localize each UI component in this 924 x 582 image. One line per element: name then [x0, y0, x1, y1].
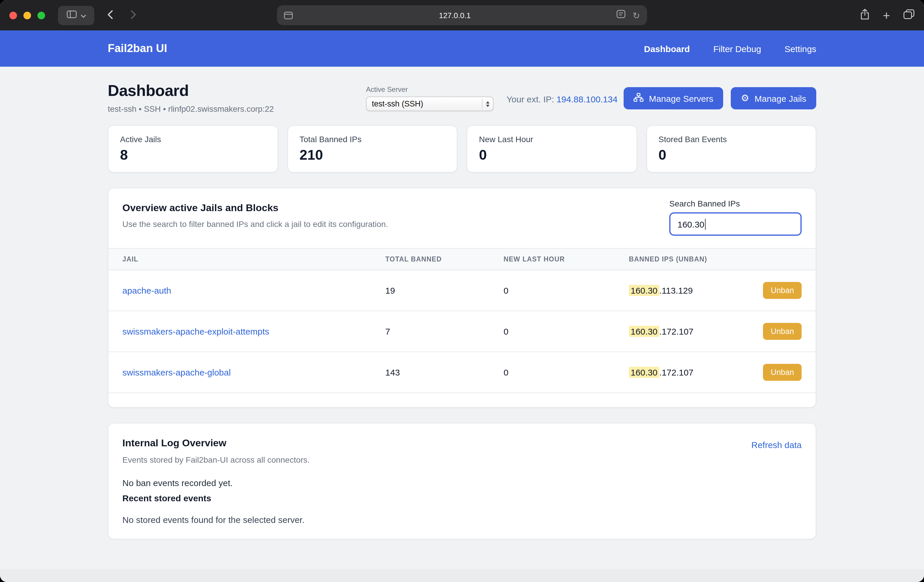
sitemap-icon [634, 93, 644, 104]
search-banned-ips-input[interactable]: 160.30 [669, 212, 802, 236]
new-last-hour-cell: 0 [503, 286, 629, 295]
nav-link-settings[interactable]: Settings [785, 44, 816, 54]
page-subtitle: test-ssh • SSH • rlinfp02.swissmakers.co… [108, 104, 366, 113]
zoom-window-button[interactable] [38, 12, 45, 19]
stat-card-active-jails: Active Jails 8 [108, 125, 278, 173]
manage-servers-button[interactable]: Manage Servers [624, 87, 723, 109]
manage-jails-button[interactable]: ⚙ Manage Jails [731, 87, 816, 109]
banned-ip: 160.30.172.107 [629, 367, 694, 377]
gear-icon: ⚙ [741, 94, 749, 103]
stat-value: 0 [479, 147, 624, 163]
search-value: 160.30 [678, 219, 705, 229]
external-ip: Your ext. IP: 194.88.100.134 [507, 82, 617, 104]
ip-match-highlight: 160.30 [629, 367, 659, 378]
unban-button[interactable]: Unban [763, 282, 802, 299]
nav-links: Dashboard Filter Debug Settings [644, 44, 816, 54]
manage-servers-label: Manage Servers [649, 93, 713, 103]
table-row: apache-auth 19 0 160.30.113.129 Unban [108, 270, 816, 311]
address-bar[interactable]: 127.0.0.1 ↻ [277, 5, 647, 25]
select-stepper-icon [482, 99, 490, 109]
forward-icon [130, 10, 137, 21]
app-brand: Fail2ban UI [108, 42, 167, 55]
stats-row: Active Jails 8 Total Banned IPs 210 New … [108, 125, 816, 173]
active-server-value: test-ssh (SSH) [372, 99, 482, 108]
stat-value: 210 [300, 147, 445, 163]
nav-link-filter-debug[interactable]: Filter Debug [713, 44, 761, 54]
forward-button[interactable] [126, 5, 141, 25]
back-button[interactable] [102, 5, 118, 25]
jail-link[interactable]: swissmakers-apache-global [122, 367, 231, 377]
unban-button[interactable]: Unban [763, 323, 802, 340]
col-header-jail: Jail [122, 256, 385, 263]
new-last-hour-cell: 0 [503, 367, 629, 377]
ip-match-highlight: 160.30 [629, 326, 659, 337]
chevron-down-icon [81, 11, 86, 20]
translate-icon[interactable] [617, 10, 626, 20]
stat-label: New Last Hour [479, 135, 624, 144]
stat-card-stored-ban-events: Stored Ban Events 0 [646, 125, 816, 173]
stat-label: Active Jails [120, 135, 266, 144]
internal-log-card: Internal Log Overview Refresh data Event… [108, 423, 816, 539]
col-header-banned-ips: Banned IPs (Unban) [629, 256, 802, 263]
new-last-hour-cell: 0 [503, 326, 629, 336]
browser-chrome: 127.0.0.1 ↻ + [0, 0, 924, 30]
browser-window: 127.0.0.1 ↻ + Fail [0, 0, 924, 582]
active-server-select[interactable]: test-ssh (SSH) [366, 97, 493, 111]
sidebar-toggle-button[interactable] [58, 5, 94, 25]
stat-label: Stored Ban Events [658, 135, 804, 144]
stat-value: 8 [120, 147, 266, 163]
log-title: Internal Log Overview [122, 437, 226, 449]
overview-title: Overview active Jails and Blocks [122, 202, 388, 214]
table-row: swissmakers-apache-global 143 0 160.30.1… [108, 352, 816, 393]
jail-link[interactable]: apache-auth [122, 286, 171, 295]
stat-label: Total Banned IPs [300, 135, 445, 144]
nav-link-dashboard[interactable]: Dashboard [644, 44, 690, 54]
share-icon[interactable] [860, 8, 869, 22]
total-banned-cell: 143 [385, 367, 503, 377]
reload-icon[interactable]: ↻ [633, 11, 640, 20]
unban-button[interactable]: Unban [763, 364, 802, 381]
tab-overview-icon[interactable] [904, 9, 915, 21]
search-banned-ips-label: Search Banned IPs [669, 199, 802, 208]
stat-value: 0 [658, 147, 804, 163]
jail-link[interactable]: swissmakers-apache-exploit-attempts [122, 326, 269, 336]
total-banned-cell: 7 [385, 326, 503, 336]
ip-match-highlight: 160.30 [629, 285, 659, 296]
col-header-new-last-hour: New Last Hour [503, 256, 629, 263]
text-caret [705, 219, 706, 230]
manage-jails-label: Manage Jails [754, 93, 806, 103]
sidebar-icon [66, 10, 76, 20]
table-header-row: Jail Total Banned New Last Hour Banned I… [108, 248, 816, 270]
app-navbar: Fail2ban UI Dashboard Filter Debug Setti… [0, 30, 924, 67]
back-icon [107, 10, 113, 21]
traffic-lights [9, 12, 45, 19]
page-header: Dashboard test-ssh • SSH • rlinfp02.swis… [108, 82, 816, 113]
active-server-label: Active Server [366, 85, 493, 94]
total-banned-cell: 19 [385, 286, 503, 295]
minimize-window-button[interactable] [23, 12, 31, 19]
stat-card-total-banned: Total Banned IPs 210 [287, 125, 457, 173]
page-content: Dashboard test-ssh • SSH • rlinfp02.swis… [0, 67, 924, 582]
col-header-total-banned: Total Banned [385, 256, 503, 263]
external-ip-value[interactable]: 194.88.100.134 [556, 94, 618, 104]
banned-ip: 160.30.172.107 [629, 326, 694, 336]
overview-card: Overview active Jails and Blocks Use the… [108, 188, 816, 408]
stat-card-new-last-hour: New Last Hour 0 [467, 125, 637, 173]
refresh-data-link[interactable]: Refresh data [751, 437, 802, 450]
screen: 127.0.0.1 ↻ + Fail [0, 0, 924, 582]
page-settings-icon[interactable] [284, 12, 293, 19]
page-title: Dashboard [108, 82, 366, 100]
window-footer [0, 569, 924, 582]
recent-stored-events-title: Recent stored events [122, 493, 802, 503]
jails-table: Jail Total Banned New Last Hour Banned I… [108, 248, 816, 393]
log-subtitle: Events stored by Fail2ban-UI across all … [122, 455, 802, 464]
close-window-button[interactable] [9, 12, 17, 19]
no-ban-events-text: No ban events recorded yet. [122, 478, 802, 488]
table-row: swissmakers-apache-exploit-attempts 7 0 … [108, 311, 816, 352]
no-stored-events-text: No stored events found for the selected … [122, 515, 802, 524]
banned-ip: 160.30.113.129 [629, 286, 693, 295]
url-text: 127.0.0.1 [293, 11, 617, 20]
overview-subtitle: Use the search to filter banned IPs and … [122, 219, 388, 229]
external-ip-label: Your ext. IP: [507, 94, 554, 104]
new-tab-icon[interactable]: + [883, 9, 890, 21]
